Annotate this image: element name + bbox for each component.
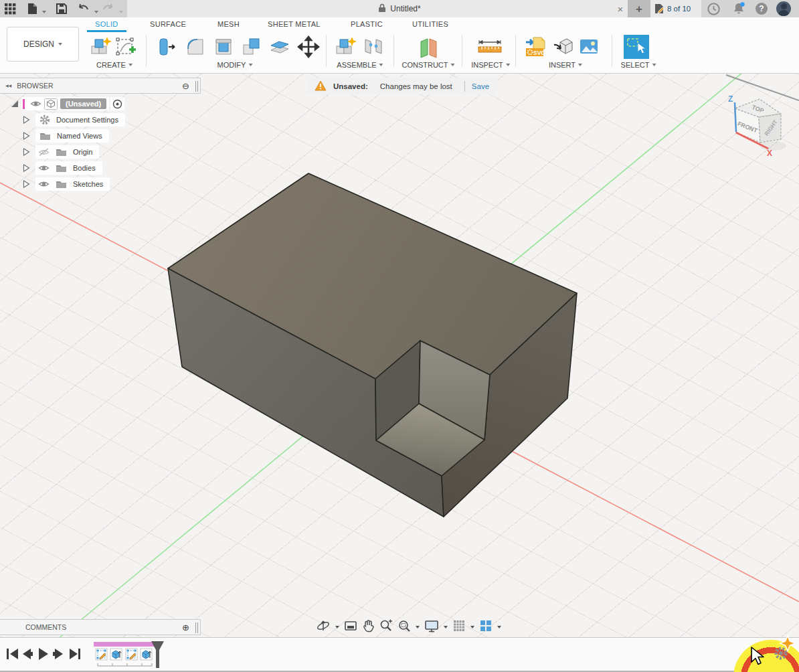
document-title: Untitled* [390, 4, 420, 13]
tab-sheet-metal[interactable]: SHEET METAL [268, 20, 321, 28]
combine-button[interactable] [240, 35, 264, 59]
play-button[interactable] [39, 648, 48, 660]
timeline-feature-extrude1[interactable] [110, 649, 122, 660]
zoom-tool[interactable] [379, 619, 393, 635]
tab-surface[interactable]: SURFACE [150, 20, 186, 28]
expand-closed-icon[interactable] [23, 148, 30, 156]
select-button[interactable] [622, 35, 650, 59]
viewports-caret-icon[interactable] [497, 626, 501, 628]
browser-root-row[interactable]: (Unsaved) [0, 96, 201, 112]
viewports-tool[interactable] [479, 619, 493, 635]
expand-closed-icon[interactable] [23, 132, 30, 140]
browser-minimize-icon[interactable]: ⊖ [182, 82, 189, 90]
browser-panel-header: ◀◀ BROWSER ⊖ [0, 78, 201, 94]
orbit-caret-icon[interactable] [335, 626, 339, 628]
browser-resize-handle[interactable] [195, 81, 198, 92]
tree-row-origin[interactable]: Origin [0, 144, 201, 160]
insert-group-dropdown[interactable]: INSERT [549, 61, 582, 69]
inspect-group-dropdown[interactable]: INSPECT [471, 61, 510, 69]
design-workspace-button[interactable]: DESIGN [7, 27, 79, 62]
folder-icon [56, 147, 67, 157]
tab-plastic[interactable]: PLASTIC [351, 20, 383, 28]
measure-button[interactable] [475, 35, 505, 59]
create-sketch-button[interactable] [114, 35, 138, 59]
comments-resize-handle[interactable] [195, 622, 198, 633]
viewcube-z-axis [735, 102, 736, 132]
insert-svg-button[interactable]: SVG [523, 35, 547, 59]
tree-item-label[interactable]: Named Views [57, 132, 102, 140]
browser-collapse-icon[interactable]: ◀◀ [5, 84, 11, 88]
select-group-dropdown[interactable]: SELECT [621, 61, 656, 69]
move-copy-button[interactable] [296, 35, 321, 59]
joint-button[interactable] [361, 35, 385, 59]
step-back-button[interactable] [23, 649, 33, 659]
tab-solid[interactable]: SOLID [95, 20, 118, 28]
toolbar: SOLID SURFACE MESH SHEET METAL PLASTIC U… [0, 17, 799, 74]
display-settings-tool[interactable] [424, 619, 439, 635]
titlebar: Untitled* × + 8 of 10 ? [0, 0, 799, 17]
viewcube[interactable]: TOP FRONT RIGHT Z X [728, 94, 786, 158]
assemble-new-component-button[interactable] [333, 35, 357, 59]
job-status[interactable]: 8 of 10 [654, 0, 691, 17]
comments-add-icon[interactable]: ⊕ [182, 623, 189, 632]
close-tab-icon[interactable]: × [613, 1, 628, 16]
dropdown-caret-icon [248, 64, 252, 66]
model-body [168, 173, 577, 517]
expand-closed-icon[interactable] [23, 180, 30, 188]
timeline-bar [0, 637, 799, 672]
fit-caret-icon[interactable] [416, 626, 420, 628]
help-icon[interactable]: ? [755, 2, 768, 15]
tree-row-sketches[interactable]: Sketches [0, 176, 201, 192]
timeline-feature-extrude2[interactable] [141, 649, 152, 660]
construct-plane-button[interactable] [415, 35, 442, 59]
expand-closed-icon[interactable] [23, 116, 30, 124]
tree-row-named-views[interactable]: Named Views [0, 128, 201, 144]
activate-radio-icon[interactable] [112, 99, 122, 109]
tab-utilities[interactable]: UTILITIES [412, 20, 448, 28]
save-link[interactable]: Save [472, 82, 489, 90]
visibility-off-icon[interactable] [38, 148, 50, 157]
visibility-eye-icon[interactable] [30, 100, 41, 108]
insert-canvas-button[interactable] [577, 35, 601, 59]
shell-button[interactable] [211, 35, 236, 59]
modify-group-dropdown[interactable]: MODIFY [217, 61, 253, 69]
orbit-tool[interactable] [316, 619, 331, 635]
tree-item-label[interactable]: Document Settings [56, 116, 118, 124]
grid-snaps-tool[interactable] [452, 619, 466, 635]
look-at-tool[interactable] [344, 619, 357, 635]
visibility-eye-icon[interactable] [38, 180, 50, 188]
tree-row-bodies[interactable]: Bodies [0, 160, 201, 176]
fit-view-tool[interactable] [397, 619, 411, 635]
visibility-eye-icon[interactable] [38, 164, 50, 172]
display-caret-icon[interactable] [444, 626, 448, 628]
grid-caret-icon[interactable] [470, 626, 474, 628]
create-group-dropdown[interactable]: CREATE [96, 61, 132, 69]
tree-row-document-settings[interactable]: Document Settings [0, 112, 201, 128]
pan-tool[interactable] [362, 619, 375, 635]
expand-open-icon[interactable] [11, 100, 19, 108]
grid-horizon-line [726, 75, 799, 100]
fillet-button[interactable] [183, 35, 207, 59]
offset-face-button[interactable] [268, 35, 292, 59]
notification-bell-icon[interactable] [732, 2, 745, 15]
tree-item-label[interactable]: Bodies [73, 164, 96, 172]
assemble-group-dropdown[interactable]: ASSEMBLE [337, 61, 383, 69]
new-component-button[interactable] [88, 35, 112, 59]
avatar[interactable] [776, 1, 791, 16]
construct-group-dropdown[interactable]: CONSTRUCT [402, 61, 454, 69]
clock-icon[interactable] [707, 2, 720, 15]
timeline-feature-sketch2[interactable] [126, 649, 137, 660]
tree-item-label[interactable]: Origin [73, 148, 92, 156]
timeline-feature-sketch1[interactable] [96, 649, 107, 660]
expand-closed-icon[interactable] [23, 164, 30, 172]
new-tab-button[interactable]: + [628, 0, 650, 17]
insert-mesh-button[interactable] [551, 35, 575, 59]
go-to-start-button[interactable] [7, 649, 18, 659]
tab-mesh[interactable]: MESH [217, 20, 240, 28]
root-document-label[interactable]: (Unsaved) [60, 98, 106, 109]
step-forward-button[interactable] [53, 649, 63, 659]
go-to-end-button[interactable] [70, 649, 80, 659]
press-pull-button[interactable] [155, 35, 179, 59]
tree-item-label[interactable]: Sketches [73, 180, 103, 188]
sparkle-gear-icon [770, 635, 799, 664]
